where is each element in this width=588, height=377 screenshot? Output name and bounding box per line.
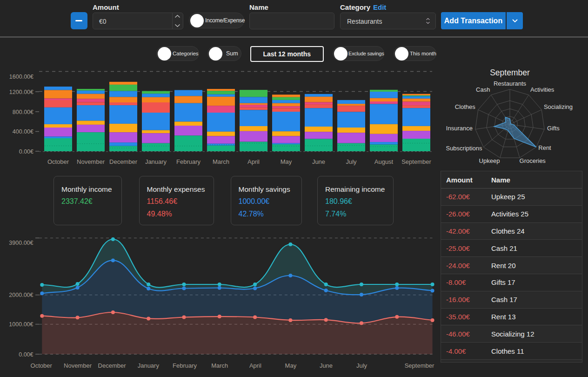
- svg-text:Rent: Rent: [538, 144, 551, 151]
- svg-text:March: March: [211, 362, 228, 369]
- svg-text:June: June: [320, 362, 333, 369]
- svg-text:November: November: [64, 362, 92, 369]
- svg-text:Gifts: Gifts: [547, 125, 560, 132]
- svg-text:Cash: Cash: [476, 86, 490, 93]
- svg-text:Clothes: Clothes: [455, 103, 476, 110]
- svg-text:3900.00€: 3900.00€: [9, 240, 33, 246]
- svg-text:October: October: [31, 362, 53, 369]
- svg-text:May: May: [285, 362, 297, 369]
- svg-text:September: September: [405, 362, 434, 369]
- svg-text:April: April: [249, 362, 261, 369]
- svg-text:January: January: [138, 362, 160, 369]
- svg-text:Groceries: Groceries: [520, 157, 546, 164]
- svg-text:Subscriptions: Subscriptions: [446, 145, 482, 152]
- svg-text:Activities: Activities: [530, 86, 555, 93]
- svg-text:Socializing: Socializing: [544, 103, 573, 110]
- svg-text:September: September: [490, 68, 530, 77]
- svg-text:Restaurants: Restaurants: [494, 80, 527, 87]
- svg-text:February: February: [173, 362, 197, 369]
- svg-text:December: December: [98, 362, 127, 369]
- svg-text:July: July: [356, 362, 368, 369]
- svg-text:Upkeep: Upkeep: [479, 157, 500, 164]
- svg-text:2000.00€: 2000.00€: [9, 292, 33, 298]
- svg-text:Insurance: Insurance: [446, 125, 473, 132]
- svg-text:1000.00€: 1000.00€: [9, 321, 33, 328]
- svg-text:0.00€: 0.00€: [19, 351, 33, 358]
